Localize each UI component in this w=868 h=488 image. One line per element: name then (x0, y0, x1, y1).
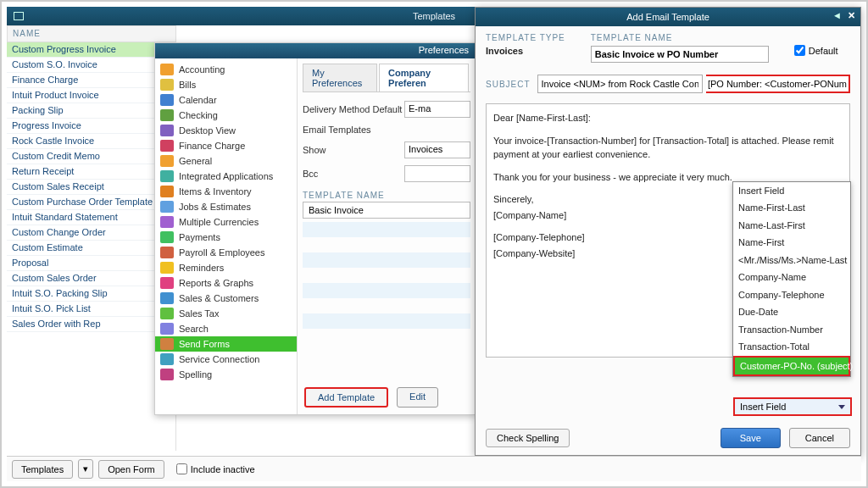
template-name-row[interactable]: Basic Invoice (303, 202, 470, 219)
email-template-titlebar: Add Email Template ◄ ✕ (476, 8, 860, 26)
pref-sidebar-item[interactable]: Desktop View (155, 123, 297, 138)
template-type-label: TEMPLATE TYPE (486, 33, 565, 42)
pref-sidebar-item[interactable]: Finance Charge (155, 138, 297, 153)
pref-sidebar-item[interactable]: Spelling (155, 367, 297, 382)
insert-field-dropdown[interactable]: Insert Field (733, 397, 852, 416)
template-list-item[interactable]: Rock Castle Invoice (7, 134, 175, 149)
template-list-item[interactable]: Custom Estimate (7, 241, 175, 256)
insert-field-menu-item[interactable]: Company-Name (733, 269, 850, 286)
insert-field-menu-item[interactable]: Due-Date (733, 303, 850, 321)
insert-field-menu-item[interactable]: Name-First-Last (733, 199, 850, 217)
preferences-content: My Preferences Company Preferen Delivery… (298, 58, 476, 414)
close-icon[interactable]: ✕ (848, 10, 855, 21)
insert-field-label: Insert Field (740, 402, 786, 412)
subject-input[interactable] (537, 75, 703, 93)
insert-field-menu-item[interactable]: Insert Field (733, 182, 850, 200)
template-list-item[interactable]: Packing Slip (7, 103, 175, 119)
pref-sidebar-item[interactable]: Sales & Customers (155, 291, 297, 306)
pref-sidebar-item[interactable]: Calendar (155, 92, 297, 108)
include-inactive-label: Include inactive (191, 464, 255, 474)
pref-item-icon (160, 64, 174, 75)
template-list-item[interactable]: Intuit Product Invoice (7, 88, 175, 103)
insert-field-menu-item[interactable]: Transaction-Number (733, 321, 850, 339)
pref-sidebar-item[interactable]: Sales Tax (155, 306, 297, 321)
bcc-input[interactable] (404, 165, 470, 182)
insert-field-menu: Insert FieldName-First-LastName-Last-Fir… (732, 181, 851, 378)
template-list-item[interactable]: Custom Purchase Order Template (7, 195, 175, 210)
add-email-template-window: Add Email Template ◄ ✕ TEMPLATE TYPE Inv… (475, 7, 861, 456)
template-list-item[interactable]: Sales Order with Rep (7, 317, 175, 332)
template-list-item[interactable]: Intuit Standard Statement (7, 210, 175, 225)
templates-dropdown-icon[interactable]: ▾ (78, 459, 93, 479)
pref-item-label: Send Forms (179, 339, 230, 349)
delivery-method-select[interactable]: E-ma (404, 101, 470, 118)
tab-my-preferences[interactable]: My Preferences (303, 64, 377, 92)
template-list-item[interactable]: Intuit S.O. Pick List (7, 302, 175, 317)
body-paragraph-1: Your invoice-[Transaction-Number] for [T… (493, 134, 843, 162)
template-list-item[interactable]: Progress Invoice (7, 119, 175, 134)
template-type-value: Invoices (486, 46, 565, 56)
template-list-item[interactable]: Intuit S.O. Packing Slip (7, 286, 175, 302)
pref-item-label: Service Connection (179, 354, 259, 364)
templates-button[interactable]: Templates (12, 460, 73, 479)
pref-item-icon (160, 125, 174, 136)
pref-sidebar-item[interactable]: Payments (155, 230, 297, 245)
check-spelling-button[interactable]: Check Spelling (486, 429, 570, 447)
pref-sidebar-item[interactable]: Service Connection (155, 352, 297, 367)
pref-sidebar-item[interactable]: Reminders (155, 260, 297, 275)
cancel-button[interactable]: Cancel (789, 428, 850, 448)
add-template-button[interactable]: Add Template (304, 387, 388, 408)
insert-field-menu-item[interactable]: Name-First (733, 234, 850, 252)
pref-sidebar-item[interactable]: Checking (155, 108, 297, 123)
pref-sidebar-item[interactable]: Accounting (155, 62, 297, 77)
insert-field-menu-item[interactable]: Customer-PO-No. (subject) (733, 356, 850, 377)
template-list-item[interactable]: Custom Sales Order (7, 271, 175, 286)
pref-item-label: Spelling (179, 369, 212, 380)
window-menu-icon[interactable] (14, 12, 24, 20)
template-list: Custom Progress InvoiceCustom S.O. Invoi… (7, 42, 176, 451)
pref-item-label: Checking (179, 110, 218, 120)
pref-sidebar-item[interactable]: Search (155, 321, 297, 336)
insert-field-menu-item[interactable]: <Mr./Miss/Ms.>Name-Last (733, 252, 850, 269)
template-list-item[interactable]: Custom Change Order (7, 225, 175, 241)
pref-item-label: Payroll & Employees (179, 247, 265, 258)
nav-arrow-icon[interactable]: ◄ (832, 10, 842, 20)
pref-sidebar-item[interactable]: Integrated Applications (155, 169, 297, 184)
pref-sidebar-item[interactable]: Multiple Currencies (155, 214, 297, 230)
default-checkbox[interactable] (794, 45, 805, 56)
tab-company-preferences[interactable]: Company Preferen (379, 64, 469, 92)
subject-label: SUBJECT (486, 80, 531, 89)
pref-item-label: Bills (179, 80, 196, 90)
insert-field-menu-item[interactable]: Transaction-Total (733, 338, 850, 356)
insert-field-menu-item[interactable]: Company-Telephone (733, 286, 850, 304)
insert-field-menu-item[interactable]: Name-Last-First (733, 217, 850, 235)
email-body-editor[interactable]: Dear [Name-First-Last]: Your invoice-[Tr… (486, 103, 850, 358)
template-list-item[interactable]: Custom Sales Receipt (7, 180, 175, 195)
template-list-item[interactable]: Proposal (7, 256, 175, 271)
pref-sidebar-item[interactable]: General (155, 153, 297, 169)
template-name-header: TEMPLATE NAME (303, 191, 470, 200)
template-name-input[interactable] (591, 46, 769, 63)
save-button[interactable]: Save (721, 428, 781, 448)
edit-button[interactable]: Edit (397, 387, 438, 408)
template-list-item[interactable]: Return Receipt (7, 164, 175, 180)
template-list-item[interactable]: Custom Credit Memo (7, 149, 175, 164)
template-list-item[interactable]: Custom Progress Invoice (7, 42, 175, 58)
template-name-list (303, 222, 470, 344)
template-list-item[interactable]: Custom S.O. Invoice (7, 58, 175, 73)
pref-sidebar-item[interactable]: Payroll & Employees (155, 245, 297, 260)
pref-sidebar-item[interactable]: Items & Inventory (155, 184, 297, 199)
pref-sidebar-item[interactable]: Jobs & Estimates (155, 199, 297, 214)
pref-sidebar-item[interactable]: Reports & Graphs (155, 275, 297, 291)
open-form-button[interactable]: Open Form (98, 460, 164, 479)
pref-sidebar-item[interactable]: Bills (155, 77, 297, 92)
pref-item-icon (160, 201, 174, 213)
show-select[interactable]: Invoices (404, 141, 470, 158)
pref-item-icon (160, 277, 174, 289)
pref-item-icon (160, 353, 174, 365)
template-list-item[interactable]: Finance Charge (7, 73, 175, 88)
pref-item-label: Desktop View (179, 125, 236, 136)
pref-sidebar-item[interactable]: Send Forms (155, 336, 297, 352)
pref-item-icon (160, 109, 174, 121)
include-inactive-checkbox[interactable] (176, 463, 187, 474)
